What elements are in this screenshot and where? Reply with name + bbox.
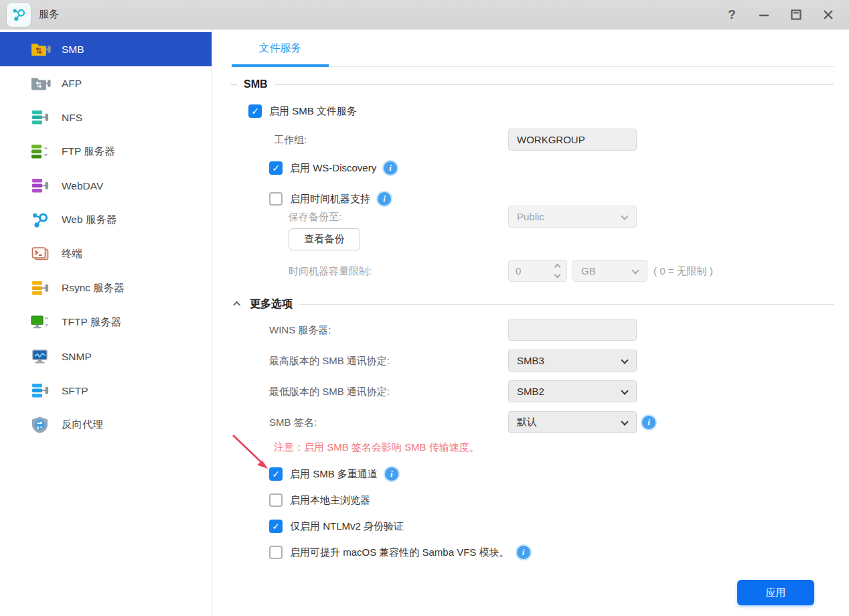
capacity-stepper: 0 — [508, 260, 567, 282]
smb-folder-icon — [31, 40, 51, 58]
time-machine-row: ✓ 启用时间机器支持 i — [269, 191, 391, 206]
sidebar-item-reverse-proxy[interactable]: 反向代理 — [0, 408, 212, 442]
min-protocol-label: 最低版本的 SMB 通讯协定: — [269, 380, 390, 402]
samba-vfs-row: ✓ 启用可提升 macOS 兼容性的 Samba VFS 模块。 i — [269, 545, 530, 560]
multichannel-checkbox[interactable]: ✓ — [269, 467, 283, 481]
enable-smb-checkbox[interactable]: ✓ — [248, 104, 262, 118]
snmp-monitor-icon — [31, 348, 51, 366]
backup-to-label: 保存备份至: — [289, 206, 341, 228]
sidebar-item-label: Rsync 服务器 — [62, 281, 125, 295]
sidebar-item-label: WebDAV — [62, 180, 103, 192]
more-options-header[interactable]: 更多选项 — [235, 296, 834, 312]
chevron-up-icon — [233, 301, 240, 309]
capacity-label: 时间机器容量限制: — [289, 260, 372, 282]
tab-file-service[interactable]: 文件服务 — [232, 29, 329, 67]
apply-button[interactable]: 应用 — [737, 580, 814, 605]
info-icon[interactable]: i — [385, 467, 398, 481]
wins-input[interactable] — [508, 319, 637, 341]
smb-section-header: SMB — [231, 76, 834, 92]
ntlmv2-label: 仅启用 NTLMv2 身份验证 — [290, 520, 404, 533]
rsync-stack-icon — [31, 279, 51, 297]
multichannel-label: 启用 SMB 多重通道 — [290, 468, 378, 481]
sidebar-item-label: TFTP 服务器 — [62, 315, 121, 329]
close-icon[interactable] — [821, 7, 836, 22]
sidebar-item-smb[interactable]: SMB — [0, 32, 212, 66]
tab-active-underline — [232, 64, 329, 67]
webdav-stack-icon — [31, 177, 51, 195]
sidebar-item-sftp[interactable]: SFTP — [0, 374, 212, 408]
check-icon: ✓ — [272, 469, 280, 479]
ftp-server-icon — [31, 143, 51, 161]
capacity-hint: ( 0 = 无限制 ) — [653, 260, 713, 282]
samba-vfs-checkbox[interactable]: ✓ — [269, 546, 283, 559]
local-master-row: ✓ 启用本地主浏览器 — [269, 493, 370, 508]
check-icon: ✓ — [272, 522, 280, 531]
services-app-icon — [7, 3, 31, 27]
help-button[interactable]: ? — [724, 7, 739, 22]
sidebar-item-label: AFP — [62, 78, 82, 90]
multichannel-row: ✓ 启用 SMB 多重通道 i — [269, 467, 398, 481]
ws-discovery-row: ✓ 启用 WS-Discovery i — [269, 161, 397, 175]
ws-discovery-label: 启用 WS-Discovery — [290, 162, 376, 175]
sidebar-item-label: 反向代理 — [62, 418, 103, 432]
sidebar-item-terminal[interactable]: 终端 — [0, 237, 212, 271]
sidebar-item-label: SNMP — [62, 351, 92, 363]
sidebar-item-label: SFTP — [62, 385, 88, 397]
window-titlebar: 服务 ? — [0, 0, 849, 29]
max-protocol-select[interactable]: SMB3 — [508, 350, 637, 372]
max-protocol-label: 最高版本的 SMB 通讯协定: — [269, 350, 390, 372]
sidebar-item-afp[interactable]: AFP — [0, 66, 212, 100]
tab-bar: 文件服务 — [213, 29, 849, 67]
wins-label: WINS 服务器: — [269, 319, 331, 341]
tftp-monitor-icon — [31, 313, 51, 331]
sftp-stack-icon — [31, 382, 51, 400]
sidebar-item-tftp[interactable]: TFTP 服务器 — [0, 305, 212, 339]
sidebar-item-ftp[interactable]: FTP 服务器 — [0, 135, 212, 169]
check-icon: ✓ — [251, 106, 259, 116]
min-protocol-select[interactable]: SMB2 — [508, 380, 637, 402]
workgroup-label: 工作组: — [274, 129, 307, 151]
enable-smb-row: ✓ 启用 SMB 文件服务 — [248, 104, 357, 119]
workgroup-input[interactable] — [508, 129, 637, 151]
enable-smb-label: 启用 SMB 文件服务 — [269, 105, 357, 118]
backup-to-select: Public — [508, 206, 637, 228]
sidebar-item-webdav[interactable]: WebDAV — [0, 169, 212, 203]
more-options-title: 更多选项 — [250, 297, 293, 311]
local-master-checkbox[interactable]: ✓ — [269, 493, 283, 507]
minimize-button[interactable] — [757, 7, 771, 22]
chevron-down-icon — [621, 387, 628, 394]
sidebar-item-nfs[interactable]: NFS — [0, 100, 212, 135]
info-icon[interactable]: i — [378, 192, 391, 206]
time-machine-label: 启用时间机器支持 — [290, 193, 370, 206]
stepper-arrows-icon — [555, 264, 560, 277]
ntlmv2-checkbox[interactable]: ✓ — [269, 520, 283, 533]
sidebar-item-label: FTP 服务器 — [62, 145, 115, 159]
window-title: 服务 — [39, 8, 59, 21]
local-master-label: 启用本地主浏览器 — [290, 494, 370, 507]
view-backup-button[interactable]: 查看备份 — [289, 228, 360, 250]
ws-discovery-checkbox[interactable]: ✓ — [269, 161, 283, 175]
info-icon[interactable]: i — [642, 416, 655, 429]
samba-vfs-label: 启用可提升 macOS 兼容性的 Samba VFS 模块。 — [290, 546, 510, 559]
signing-warning-text: 注意：启用 SMB 签名会影响 SMB 传输速度。 — [274, 441, 479, 454]
sidebar-item-web-server[interactable]: Web 服务器 — [0, 203, 212, 237]
info-icon[interactable]: i — [384, 161, 397, 175]
time-machine-checkbox[interactable]: ✓ — [269, 192, 283, 206]
sidebar-item-label: 终端 — [62, 247, 82, 261]
smb-settings-panel: 文件服务 SMB ✓ 启用 SMB 文件服务 工作组: ✓ 启用 WS-Disc… — [213, 29, 849, 616]
web-share-icon — [31, 211, 51, 229]
services-sidebar: SMB AFP NFS — [0, 29, 212, 616]
smb-signing-select[interactable]: 默认 — [508, 411, 637, 433]
terminal-icon — [31, 245, 51, 263]
ntlmv2-row: ✓ 仅启用 NTLMv2 身份验证 — [269, 519, 404, 534]
check-icon: ✓ — [272, 163, 280, 173]
sidebar-item-label: SMB — [62, 44, 84, 56]
sidebar-item-rsync[interactable]: Rsync 服务器 — [0, 271, 212, 305]
info-icon[interactable]: i — [517, 546, 530, 559]
nfs-stack-icon — [31, 108, 51, 127]
afp-folder-icon — [31, 74, 51, 92]
chevron-down-icon — [621, 212, 628, 220]
maximize-button[interactable] — [789, 7, 803, 22]
chevron-down-icon — [631, 266, 639, 274]
sidebar-item-snmp[interactable]: SNMP — [0, 339, 212, 374]
